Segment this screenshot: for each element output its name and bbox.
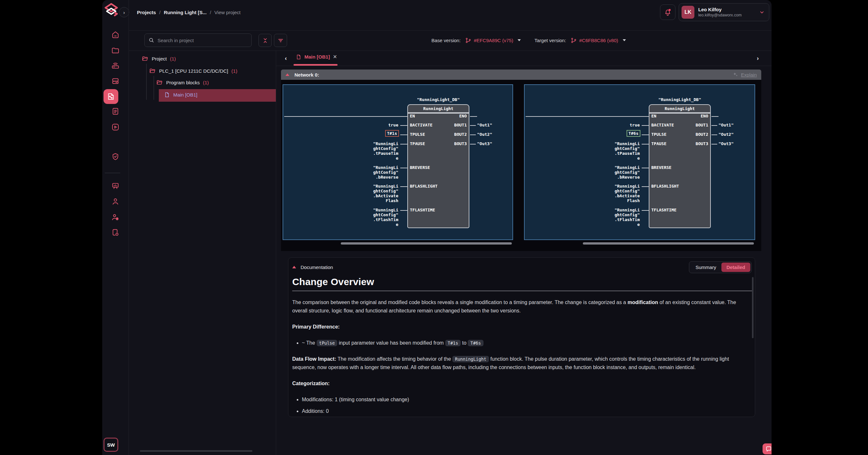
nav-compare-active[interactable]: [103, 89, 118, 104]
tree-horizontal-scrollbar[interactable]: [140, 450, 252, 452]
target-version-dropdown[interactable]: #C6FB8C86 (v80): [570, 37, 626, 44]
tree-item-main-ob1-selected[interactable]: Main [OB1]: [164, 92, 197, 98]
folder-icon: [111, 46, 120, 55]
wire: [470, 135, 476, 135]
pin-bactivate: BACTIVATE: [410, 122, 432, 127]
wire: [470, 125, 476, 126]
nav-devices[interactable]: [107, 59, 124, 73]
breadcrumb: Projects / Running Light [S... / View pr…: [137, 10, 241, 15]
tab-main-ob1[interactable]: Main [OB1] ✕: [296, 54, 337, 60]
base-version-dropdown[interactable]: #EFC9A89C (v75): [465, 37, 521, 44]
project-search[interactable]: [144, 33, 252, 47]
filter-button[interactable]: [274, 34, 287, 47]
nav-runs[interactable]: [107, 120, 124, 134]
document-lines-icon: [111, 107, 120, 115]
breadcrumb-separator: /: [210, 10, 211, 15]
search-input[interactable]: [157, 38, 248, 43]
nav-users[interactable]: [107, 194, 124, 208]
user-menu[interactable]: LK Leo Kilfoy leo.kilfoy@sdaworx.com: [679, 3, 769, 21]
input-value-tflashtime: "RunningLi ghtConfig" .tFlashTim e: [582, 207, 640, 227]
breadcrumb-current: View project: [214, 10, 241, 15]
doc-categorization-heading: Categorization:: [292, 379, 752, 388]
base-version-value: #EFC9A89C (v75): [474, 38, 514, 43]
block-title: RunningLight: [649, 104, 711, 113]
collapse-all-button[interactable]: [258, 34, 272, 47]
doc-text: The comparison between the original and …: [292, 300, 627, 305]
shield-check-icon: [111, 152, 120, 161]
pin-bout3: BOUT3: [430, 141, 467, 146]
doc-text-bold: Primary Difference:: [292, 324, 340, 330]
wire: [642, 144, 649, 144]
diagram-panel-base[interactable]: "RunningLight_DB" RunningLight EN ENO: [283, 84, 513, 240]
tree-count: (1): [170, 56, 176, 61]
doc-vertical-scrollbar[interactable]: [752, 277, 753, 338]
panel-divider: [276, 51, 276, 455]
workspace-badge[interactable]: SW: [103, 437, 118, 452]
code-chip: T#1s: [445, 340, 461, 346]
nav-storage[interactable]: [107, 74, 124, 88]
collapse-triangle-icon[interactable]: [292, 266, 296, 268]
brand-logo-icon[interactable]: [104, 3, 118, 19]
output-out1: "Out1": [718, 122, 734, 127]
pin-bout2: BOUT2: [671, 132, 708, 137]
tab-close-icon[interactable]: ✕: [333, 54, 337, 60]
input-value-tpulse-added[interactable]: T#6s: [626, 130, 641, 137]
nav-sessions[interactable]: [107, 225, 124, 239]
doc-list-item: ~ The tPulse input parameter value has b…: [302, 339, 752, 347]
play-icon: [111, 123, 120, 131]
diagram-panel-target[interactable]: "RunningLight_DB" RunningLight EN ENO: [524, 84, 755, 240]
explain-button[interactable]: Explain: [733, 72, 757, 78]
tree-item-project[interactable]: Project (1): [142, 55, 176, 62]
wire: [400, 168, 407, 168]
toggle-detailed[interactable]: Detailed: [721, 262, 750, 272]
folder-open-icon: [142, 55, 149, 62]
breadcrumb-project-name[interactable]: Running Light [S...: [164, 10, 207, 15]
wire: [526, 116, 649, 117]
nav-projects[interactable]: [107, 44, 124, 58]
rail-separator: [105, 173, 120, 173]
breadcrumb-projects[interactable]: Projects: [137, 10, 156, 15]
sidebar-expand-button[interactable]: ›: [119, 7, 129, 18]
chat-button[interactable]: [763, 444, 772, 454]
wire: [642, 210, 649, 211]
input-value-tpulse-removed[interactable]: T#1s: [385, 130, 399, 137]
nav-user-roles[interactable]: [107, 210, 124, 224]
network-header[interactable]: Network 0: Explain: [281, 69, 761, 80]
toggle-summary[interactable]: Summary: [690, 262, 721, 272]
output-out3: "Out3": [718, 141, 734, 146]
tabs-scroll-left[interactable]: ‹: [285, 55, 287, 62]
doc-text-bold: Categorization:: [292, 381, 330, 386]
user-meta: Leo Kilfoy leo.kilfoy@sdaworx.com: [698, 7, 755, 18]
notifications-button[interactable]: [660, 4, 676, 20]
input-value-bflashlight: "RunningLi ghtConfig" .bActivate Flash: [340, 184, 398, 203]
target-diagram-scrollbar[interactable]: [583, 242, 754, 245]
collapse-vertical-icon: [262, 37, 269, 44]
tree-label: Program blocks: [166, 80, 199, 85]
nav-documents[interactable]: [107, 104, 124, 118]
bell-icon: [663, 8, 672, 17]
nav-security[interactable]: [107, 150, 124, 164]
user-avatar: LK: [682, 6, 694, 19]
base-diagram-scrollbar[interactable]: [341, 242, 512, 245]
tree-item-program-blocks[interactable]: Program blocks (1): [156, 79, 209, 86]
tree-count: (1): [231, 68, 237, 74]
nav-home[interactable]: [107, 28, 124, 42]
tabs-scroll-right[interactable]: ›: [757, 55, 759, 62]
page: › Projects / Running Light [S... / View …: [0, 0, 868, 455]
code-chip: T#6s: [468, 340, 484, 346]
collapse-triangle-icon[interactable]: [285, 74, 289, 76]
wire: [470, 116, 477, 117]
wire: [642, 168, 649, 168]
version-selector-bar: Base version: #EFC9A89C (v75) Target ver…: [431, 33, 626, 47]
pin-tflashtime: TFLASHTIME: [410, 207, 435, 212]
pin-bout3: BOUT3: [671, 141, 708, 146]
tree-item-plc[interactable]: PLC_1 [CPU 1211C DC/DC/DC] (1): [149, 67, 237, 74]
tab-label: Main [OB1]: [305, 54, 330, 59]
doc-list-item: Modifications: 1 (timing constant value …: [302, 396, 752, 404]
pin-tpause: TPAUSE: [651, 141, 666, 146]
nav-dashboard[interactable]: [107, 179, 124, 193]
wire: [711, 135, 717, 135]
breadcrumb-separator: /: [159, 10, 160, 15]
user-gear-icon: [111, 213, 120, 221]
tree-guide: [154, 76, 154, 100]
